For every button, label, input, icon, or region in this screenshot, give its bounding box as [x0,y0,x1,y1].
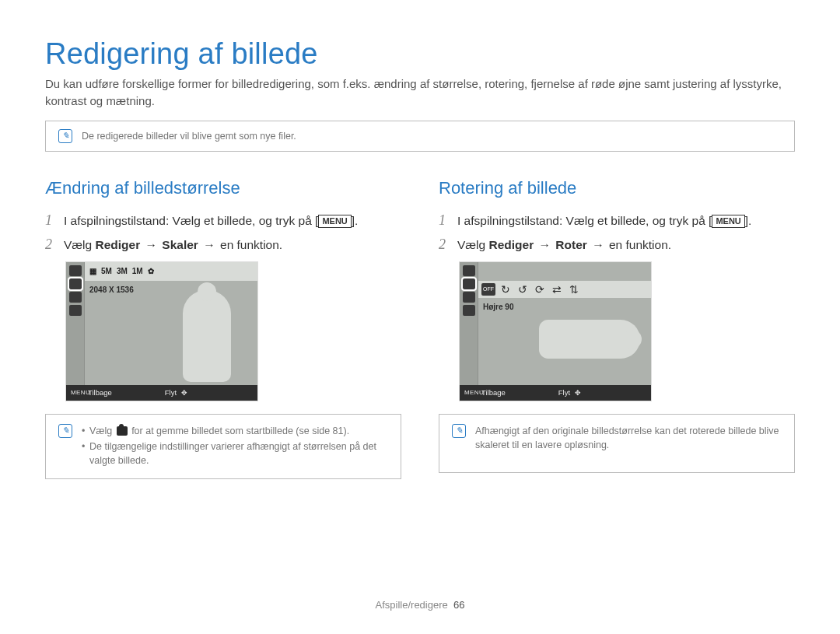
step-number: 1 [439,212,450,229]
lcd-side-icons [460,262,478,401]
rotate-right-icon: ↻ [499,283,513,296]
arrow-icon: → [537,238,553,251]
menu-word: MENU [464,389,484,396]
back-label: Tilbage [481,388,506,397]
arrow-icon: → [590,238,606,251]
flip-horizontal-icon: ⇄ [550,283,564,296]
footer-section: Afspille/redigere [376,599,448,611]
rotate-step-2: 2 Vælg Rediger → Roter → en funktion. [439,236,795,254]
size-5m-icon: 5M [101,267,112,275]
footer-page-number: 66 [453,599,464,611]
rotate-step1-end: ]. [745,214,752,227]
lcd-top-blank [478,262,651,281]
size-1m-icon: 1M [132,267,143,275]
rotate-note-box: ✎ Afhængigt af den originale billedstørr… [439,414,795,473]
arrow-icon: → [201,238,217,251]
edit-side-icon [69,292,82,303]
startup-image-icon: ✿ [148,267,154,275]
resize-heading: Ændring af billedstørrelse [45,178,401,198]
step-number: 2 [439,236,450,253]
top-note-text: De redigerede billeder vil blive gemt so… [82,131,296,142]
menu-button-label: MENU [712,215,744,228]
startup-image-icon [117,426,128,436]
crop-side-icon [69,305,82,316]
move-icon: ✥ [181,389,187,397]
resize-step-1: 1 I afspilningstilstand: Vælg et billede… [45,212,401,229]
note-icon: ✎ [452,424,466,438]
rotate-side-icon-selected [463,278,475,289]
rotate-step2-rediger: Rediger [489,238,534,251]
crop-side-icon [463,305,475,316]
resize-resolution-label: 2048 X 1536 [89,285,134,294]
rotate-step-1: 1 I afspilningstilstand: Vælg et billede… [439,212,795,229]
rotate-left-icon: ↺ [516,283,530,296]
flip-vertical-icon: ⇅ [567,283,581,296]
menu-word: MENU [71,389,90,396]
intro-paragraph: Du kan udføre forskellige former for bil… [45,75,795,110]
resize-step2-skaler: Skaler [162,238,198,251]
resize-step-2: 2 Vælg Rediger → Skaler → en funktion. [45,236,401,254]
top-note-box: ✎ De redigerede billeder vil blive gemt … [45,121,795,152]
resize-step1-end: ]. [352,214,359,227]
page-footer: Afspille/redigere 66 [0,599,840,611]
arrow-icon: → [144,238,159,251]
rotate-180-icon: ⟳ [533,283,547,296]
back-label: Tilbage [88,388,112,397]
rotate-section: Rotering af billede 1 I afspilningstilst… [439,178,795,480]
menu-button-label: MENU [318,215,351,228]
move-label: Flyt [165,388,177,397]
resize-note-box: ✎ Vælg for at gemme billedet som startbi… [45,414,401,479]
edit-side-icon [463,292,475,303]
rotate-note-text: Afhængigt af den originale billedstørrel… [475,424,782,463]
rotate-step1-text: I afspilningstilstand: Vælg et billede, … [457,214,712,227]
lcd-side-icons [66,262,85,401]
thumb-icon: ▦ [89,267,96,275]
resize-note-1: Vælg for at gemme billedet som startbill… [82,424,388,438]
person-silhouette [183,290,231,382]
rotate-options-row: OFF ↻ ↺ ⟳ ⇄ ⇅ [478,281,651,298]
resize-step2-post: en funktion. [217,238,282,251]
resize-side-icon-selected [69,278,82,289]
person-silhouette-rotated [539,320,640,359]
lcd-bottom-bar: MENU Tilbage ✥ Flyt [66,385,257,401]
lcd-bottom-bar: MENU Tilbage ✥ Flyt [460,385,651,401]
rotate-lcd-mock: OFF ↻ ↺ ⟳ ⇄ ⇅ Højre 90 MENU Tilbage ✥ Fl… [459,261,652,401]
size-3m-icon: 3M [117,267,128,275]
resize-side-icon [69,265,82,276]
rotate-step2-pre: Vælg [457,238,489,251]
rotate-option-label: Højre 90 [483,303,513,311]
resize-step1-text: I afspilningstilstand: Vælg et billede, … [64,214,318,227]
rotate-heading: Rotering af billede [439,178,795,198]
note-icon: ✎ [58,129,72,143]
lcd-top-options: ▦ 5M 3M 1M ✿ [85,262,257,281]
rotate-off-icon: OFF [481,283,495,296]
resize-side-icon [463,265,475,276]
move-label: Flyt [558,388,570,397]
resize-note-2: De tilgængelige indstillinger varierer a… [82,440,388,468]
note-icon: ✎ [58,424,72,438]
step-number: 1 [45,212,56,229]
resize-lcd-mock: ▦ 5M 3M 1M ✿ 2048 X 1536 MENU Tilbage ✥ … [65,261,258,401]
move-icon: ✥ [575,389,581,397]
page-title: Redigering af billede [45,37,795,71]
rotate-step2-post: en funktion. [606,238,671,251]
resize-step2-rediger: Rediger [96,238,141,251]
step-number: 2 [45,236,56,253]
rotate-step2-roter: Roter [555,238,586,251]
resize-step2-pre: Vælg [64,238,96,251]
resize-section: Ændring af billedstørrelse 1 I afspilnin… [45,178,401,480]
